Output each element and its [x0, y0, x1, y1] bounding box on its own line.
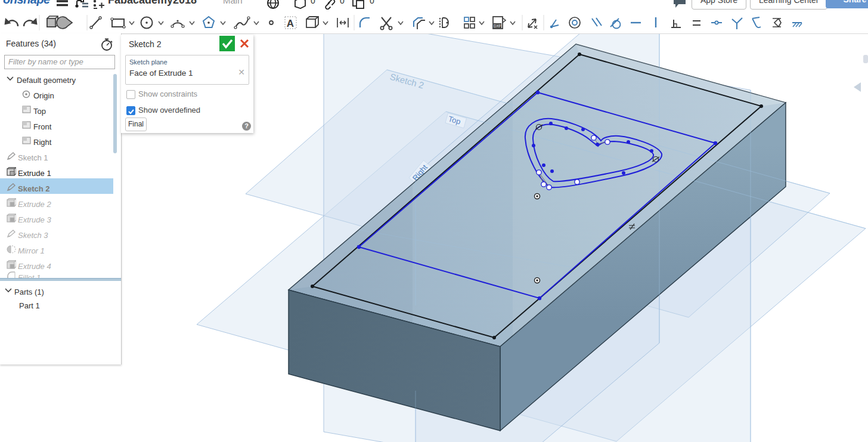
svg-text:A: A: [287, 18, 294, 29]
svg-text:DXF: DXF: [494, 24, 501, 28]
